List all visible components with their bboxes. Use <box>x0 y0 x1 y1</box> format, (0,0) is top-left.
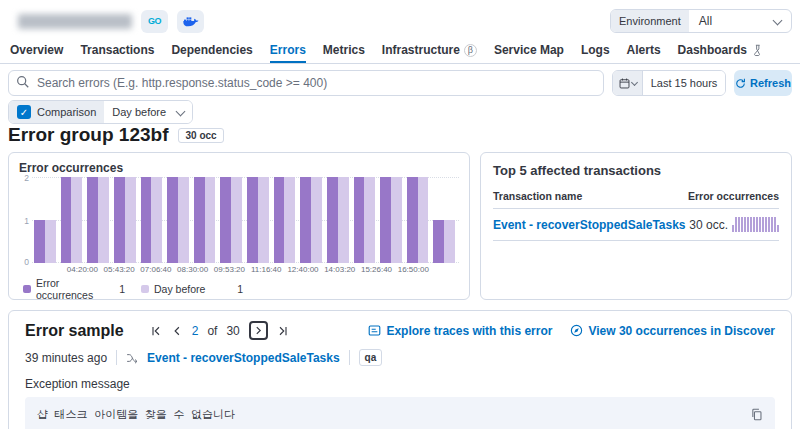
bar-pair <box>433 177 455 263</box>
chevron-down-icon <box>773 15 783 25</box>
legend-item-day-before[interactable]: Day before 1 <box>141 277 259 301</box>
sparkline-bar <box>750 217 752 232</box>
sparkline-bar <box>753 217 755 232</box>
bar-pair <box>220 177 242 263</box>
divider <box>116 350 117 365</box>
bar <box>45 220 56 263</box>
sparkline-bar <box>735 217 737 232</box>
exception-message-label: Exception message <box>25 377 775 391</box>
error-occurrences-chart: 2 1 0 <box>19 177 459 263</box>
sparkline-bar <box>771 217 773 232</box>
tab-dashboards[interactable]: Dashboards <box>678 42 763 63</box>
sparkline-bar <box>738 217 740 232</box>
of-label: of <box>207 324 217 338</box>
bar <box>167 177 178 263</box>
search-errors-input[interactable] <box>8 70 604 96</box>
column-error-occurrences: Error occurrences <box>688 190 779 202</box>
occurrences-badge: 30 occ <box>178 128 223 143</box>
bar-pair <box>141 177 163 263</box>
sparkline-bar <box>741 217 743 232</box>
x-tick-label: 05:43:20 <box>104 265 135 274</box>
tab-logs[interactable]: Logs <box>581 42 610 63</box>
bar <box>354 177 365 263</box>
bar <box>220 177 231 263</box>
time-range-value[interactable]: Last 15 hours <box>643 71 725 95</box>
error-sample-panel: Error sample 2 of 30 Explore traces with… <box>8 310 792 429</box>
explore-traces-link[interactable]: Explore traces with this error <box>368 324 552 338</box>
tab-metrics[interactable]: Metrics <box>323 42 365 63</box>
tab-errors[interactable]: Errors <box>270 42 306 63</box>
bar <box>114 177 125 263</box>
bar-pair <box>380 177 402 263</box>
bar-pair <box>407 177 429 263</box>
y-axis: 2 1 0 <box>19 177 32 263</box>
tab-infrastructure[interactable]: Infrastructureβ <box>382 42 477 63</box>
last-page-button[interactable] <box>277 325 289 337</box>
sample-pagination: 2 of 30 <box>150 321 289 340</box>
current-page: 2 <box>192 324 199 338</box>
tab-overview[interactable]: Overview <box>10 42 63 63</box>
tab-transactions[interactable]: Transactions <box>80 42 154 63</box>
go-agent-badge: GO <box>141 10 168 33</box>
comparison-checkbox[interactable]: ✓ <box>17 105 31 119</box>
plot-area <box>32 177 459 263</box>
bar <box>364 177 375 263</box>
chart-title: Error occurrences <box>19 161 459 175</box>
tab-dependencies[interactable]: Dependencies <box>171 42 252 63</box>
bar-pair <box>274 177 296 263</box>
discover-compass-icon <box>570 324 583 337</box>
service-name-redacted <box>18 14 132 29</box>
refresh-icon <box>735 78 746 89</box>
exception-message-text: 샵 태스크 아이템을 찾을 수 없습니다 <box>37 407 235 422</box>
table-row: Event - recoverStoppedSaleTasks 30 occ. <box>493 209 779 241</box>
copy-button[interactable] <box>750 408 763 421</box>
bar <box>274 177 285 263</box>
exception-message-block: 샵 태스크 아이템을 찾을 수 없습니다 <box>25 397 775 429</box>
bar-pair <box>194 177 216 263</box>
first-page-button[interactable] <box>150 325 162 337</box>
comparison-select[interactable]: Day before <box>104 101 192 123</box>
search-icon <box>16 75 30 89</box>
chevron-down-icon <box>176 106 186 116</box>
next-page-button[interactable] <box>249 321 268 340</box>
x-tick-label: 11:16:40 <box>251 265 282 274</box>
calendar-icon <box>619 78 630 89</box>
refresh-button[interactable]: Refresh <box>734 70 792 96</box>
bar-pair <box>327 177 349 263</box>
x-tick-label: 07:06:40 <box>140 265 171 274</box>
beta-badge-icon: β <box>464 44 477 57</box>
bar <box>141 177 152 263</box>
previous-page-button[interactable] <box>171 325 183 337</box>
sample-meta-row: 39 minutes ago Event - recoverStoppedSal… <box>25 349 775 366</box>
environment-select[interactable]: Environment All <box>610 9 792 33</box>
bar <box>258 177 269 263</box>
bar <box>300 177 311 263</box>
tab-alerts[interactable]: Alerts <box>627 42 661 63</box>
legend-item-current[interactable]: Error occurrences 1 <box>23 277 141 301</box>
bar-pair <box>354 177 376 263</box>
bar <box>205 177 216 263</box>
sparkline-bar <box>777 225 779 233</box>
sparkline-bar <box>747 217 749 232</box>
sparkline-bar <box>744 217 746 232</box>
comparison-label: Comparison <box>37 106 96 118</box>
divider <box>349 350 350 365</box>
bar <box>87 177 98 263</box>
error-occurrences-sparkline <box>732 217 779 232</box>
transaction-link[interactable]: Event - recoverStoppedSaleTasks <box>493 218 686 232</box>
bar-pair <box>114 177 136 263</box>
bar <box>338 177 349 263</box>
transaction-type-icon <box>126 352 138 364</box>
view-in-discover-link[interactable]: View 30 occurrences in Discover <box>570 324 775 338</box>
bar <box>407 177 418 263</box>
bar-pair <box>34 177 56 263</box>
sample-actions: Explore traces with this error View 30 o… <box>368 324 775 338</box>
copy-icon <box>750 408 763 421</box>
bar <box>418 177 429 263</box>
top-transactions-panel: Top 5 affected transactions Transaction … <box>480 152 792 300</box>
date-picker: Last 15 hours <box>612 70 726 96</box>
date-picker-menu-button[interactable] <box>613 71 643 95</box>
bar <box>444 220 455 263</box>
sample-transaction-link[interactable]: Event - recoverStoppedSaleTasks <box>147 351 340 365</box>
tab-service-map[interactable]: Service Map <box>494 42 564 63</box>
